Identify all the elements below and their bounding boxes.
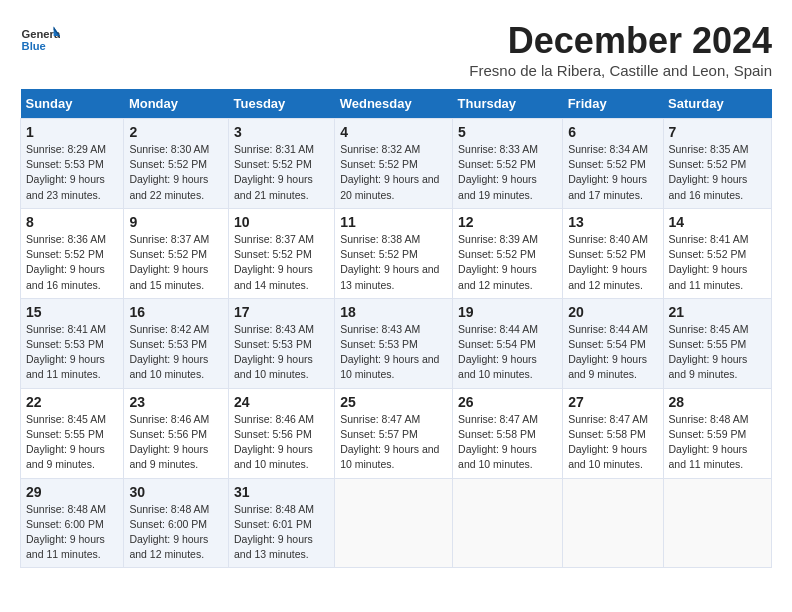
calendar-cell: 2 Sunrise: 8:30 AM Sunset: 5:52 PM Dayli… [124,119,229,209]
day-info: Sunrise: 8:45 AM Sunset: 5:55 PM Dayligh… [26,412,118,473]
day-info: Sunrise: 8:47 AM Sunset: 5:58 PM Dayligh… [568,412,657,473]
day-number: 31 [234,484,329,500]
day-info: Sunrise: 8:40 AM Sunset: 5:52 PM Dayligh… [568,232,657,293]
header-friday: Friday [563,89,663,119]
calendar-cell: 30 Sunrise: 8:48 AM Sunset: 6:00 PM Dayl… [124,478,229,568]
day-info: Sunrise: 8:38 AM Sunset: 5:52 PM Dayligh… [340,232,447,293]
day-info: Sunrise: 8:43 AM Sunset: 5:53 PM Dayligh… [234,322,329,383]
day-info: Sunrise: 8:46 AM Sunset: 5:56 PM Dayligh… [234,412,329,473]
calendar-cell: 14 Sunrise: 8:41 AM Sunset: 5:52 PM Dayl… [663,208,771,298]
calendar-cell: 17 Sunrise: 8:43 AM Sunset: 5:53 PM Dayl… [229,298,335,388]
logo-icon: General Blue [20,20,60,60]
calendar-cell: 3 Sunrise: 8:31 AM Sunset: 5:52 PM Dayli… [229,119,335,209]
header-thursday: Thursday [453,89,563,119]
day-info: Sunrise: 8:43 AM Sunset: 5:53 PM Dayligh… [340,322,447,383]
calendar-cell: 18 Sunrise: 8:43 AM Sunset: 5:53 PM Dayl… [335,298,453,388]
calendar-cell: 9 Sunrise: 8:37 AM Sunset: 5:52 PM Dayli… [124,208,229,298]
day-number: 10 [234,214,329,230]
day-info: Sunrise: 8:44 AM Sunset: 5:54 PM Dayligh… [568,322,657,383]
day-number: 16 [129,304,223,320]
title-section: December 2024 Fresno de la Ribera, Casti… [469,20,772,79]
day-info: Sunrise: 8:48 AM Sunset: 6:01 PM Dayligh… [234,502,329,563]
calendar-cell: 16 Sunrise: 8:42 AM Sunset: 5:53 PM Dayl… [124,298,229,388]
calendar-week-3: 15 Sunrise: 8:41 AM Sunset: 5:53 PM Dayl… [21,298,772,388]
calendar-cell [563,478,663,568]
calendar-cell: 6 Sunrise: 8:34 AM Sunset: 5:52 PM Dayli… [563,119,663,209]
calendar-cell: 5 Sunrise: 8:33 AM Sunset: 5:52 PM Dayli… [453,119,563,209]
page-title: December 2024 [469,20,772,62]
day-info: Sunrise: 8:45 AM Sunset: 5:55 PM Dayligh… [669,322,766,383]
day-info: Sunrise: 8:48 AM Sunset: 5:59 PM Dayligh… [669,412,766,473]
day-number: 24 [234,394,329,410]
day-info: Sunrise: 8:47 AM Sunset: 5:57 PM Dayligh… [340,412,447,473]
day-info: Sunrise: 8:31 AM Sunset: 5:52 PM Dayligh… [234,142,329,203]
day-number: 22 [26,394,118,410]
calendar-cell: 19 Sunrise: 8:44 AM Sunset: 5:54 PM Dayl… [453,298,563,388]
calendar-week-2: 8 Sunrise: 8:36 AM Sunset: 5:52 PM Dayli… [21,208,772,298]
day-info: Sunrise: 8:32 AM Sunset: 5:52 PM Dayligh… [340,142,447,203]
day-info: Sunrise: 8:37 AM Sunset: 5:52 PM Dayligh… [234,232,329,293]
day-info: Sunrise: 8:48 AM Sunset: 6:00 PM Dayligh… [129,502,223,563]
day-info: Sunrise: 8:34 AM Sunset: 5:52 PM Dayligh… [568,142,657,203]
calendar-cell: 10 Sunrise: 8:37 AM Sunset: 5:52 PM Dayl… [229,208,335,298]
day-info: Sunrise: 8:47 AM Sunset: 5:58 PM Dayligh… [458,412,557,473]
day-number: 25 [340,394,447,410]
calendar-cell: 29 Sunrise: 8:48 AM Sunset: 6:00 PM Dayl… [21,478,124,568]
calendar-cell: 27 Sunrise: 8:47 AM Sunset: 5:58 PM Dayl… [563,388,663,478]
day-info: Sunrise: 8:36 AM Sunset: 5:52 PM Dayligh… [26,232,118,293]
day-info: Sunrise: 8:30 AM Sunset: 5:52 PM Dayligh… [129,142,223,203]
day-info: Sunrise: 8:48 AM Sunset: 6:00 PM Dayligh… [26,502,118,563]
day-info: Sunrise: 8:29 AM Sunset: 5:53 PM Dayligh… [26,142,118,203]
calendar-cell [335,478,453,568]
calendar-cell: 1 Sunrise: 8:29 AM Sunset: 5:53 PM Dayli… [21,119,124,209]
calendar-cell: 13 Sunrise: 8:40 AM Sunset: 5:52 PM Dayl… [563,208,663,298]
calendar-table: SundayMondayTuesdayWednesdayThursdayFrid… [20,89,772,568]
calendar-cell: 12 Sunrise: 8:39 AM Sunset: 5:52 PM Dayl… [453,208,563,298]
calendar-cell: 8 Sunrise: 8:36 AM Sunset: 5:52 PM Dayli… [21,208,124,298]
day-info: Sunrise: 8:33 AM Sunset: 5:52 PM Dayligh… [458,142,557,203]
day-number: 27 [568,394,657,410]
calendar-cell: 7 Sunrise: 8:35 AM Sunset: 5:52 PM Dayli… [663,119,771,209]
header-monday: Monday [124,89,229,119]
day-info: Sunrise: 8:41 AM Sunset: 5:52 PM Dayligh… [669,232,766,293]
header-saturday: Saturday [663,89,771,119]
day-number: 19 [458,304,557,320]
calendar-cell: 21 Sunrise: 8:45 AM Sunset: 5:55 PM Dayl… [663,298,771,388]
calendar-cell: 11 Sunrise: 8:38 AM Sunset: 5:52 PM Dayl… [335,208,453,298]
day-info: Sunrise: 8:39 AM Sunset: 5:52 PM Dayligh… [458,232,557,293]
day-number: 26 [458,394,557,410]
day-number: 12 [458,214,557,230]
calendar-week-1: 1 Sunrise: 8:29 AM Sunset: 5:53 PM Dayli… [21,119,772,209]
calendar-cell: 20 Sunrise: 8:44 AM Sunset: 5:54 PM Dayl… [563,298,663,388]
calendar-cell [453,478,563,568]
day-number: 3 [234,124,329,140]
day-info: Sunrise: 8:44 AM Sunset: 5:54 PM Dayligh… [458,322,557,383]
day-number: 2 [129,124,223,140]
day-info: Sunrise: 8:46 AM Sunset: 5:56 PM Dayligh… [129,412,223,473]
day-info: Sunrise: 8:42 AM Sunset: 5:53 PM Dayligh… [129,322,223,383]
calendar-week-4: 22 Sunrise: 8:45 AM Sunset: 5:55 PM Dayl… [21,388,772,478]
day-number: 18 [340,304,447,320]
day-info: Sunrise: 8:35 AM Sunset: 5:52 PM Dayligh… [669,142,766,203]
calendar-cell: 28 Sunrise: 8:48 AM Sunset: 5:59 PM Dayl… [663,388,771,478]
svg-text:Blue: Blue [22,40,46,52]
day-number: 7 [669,124,766,140]
page-subtitle: Fresno de la Ribera, Castille and Leon, … [469,62,772,79]
header-wednesday: Wednesday [335,89,453,119]
day-number: 11 [340,214,447,230]
calendar-cell: 26 Sunrise: 8:47 AM Sunset: 5:58 PM Dayl… [453,388,563,478]
calendar-cell: 4 Sunrise: 8:32 AM Sunset: 5:52 PM Dayli… [335,119,453,209]
page-header: General Blue December 2024 Fresno de la … [20,20,772,79]
day-number: 20 [568,304,657,320]
logo: General Blue [20,20,60,60]
calendar-cell: 22 Sunrise: 8:45 AM Sunset: 5:55 PM Dayl… [21,388,124,478]
day-number: 6 [568,124,657,140]
header-sunday: Sunday [21,89,124,119]
calendar-cell: 25 Sunrise: 8:47 AM Sunset: 5:57 PM Dayl… [335,388,453,478]
day-number: 30 [129,484,223,500]
calendar-cell: 23 Sunrise: 8:46 AM Sunset: 5:56 PM Dayl… [124,388,229,478]
calendar-cell: 15 Sunrise: 8:41 AM Sunset: 5:53 PM Dayl… [21,298,124,388]
day-number: 5 [458,124,557,140]
calendar-cell: 31 Sunrise: 8:48 AM Sunset: 6:01 PM Dayl… [229,478,335,568]
day-info: Sunrise: 8:41 AM Sunset: 5:53 PM Dayligh… [26,322,118,383]
